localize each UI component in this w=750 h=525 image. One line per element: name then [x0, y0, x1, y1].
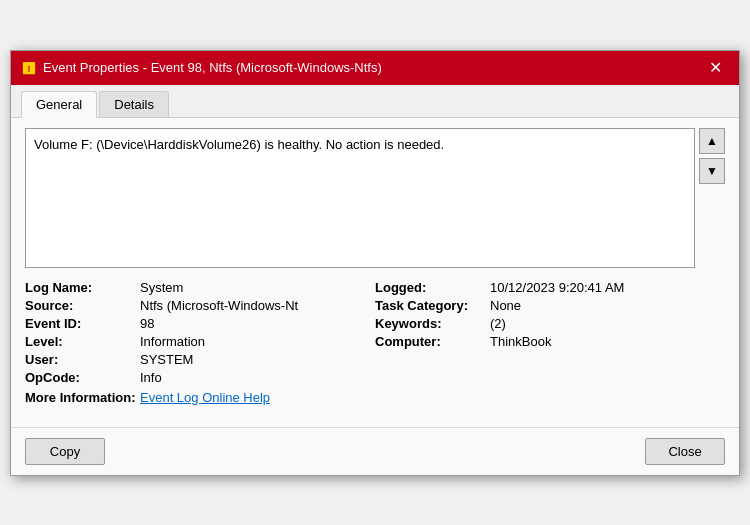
label-source: Source:: [25, 298, 140, 313]
info-row-user: User: SYSTEM: [25, 352, 375, 367]
value-opcode: Info: [140, 370, 162, 385]
label-opcode: OpCode:: [25, 370, 140, 385]
label-computer: Computer:: [375, 334, 490, 349]
window-title: Event Properties - Event 98, Ntfs (Micro…: [43, 60, 382, 75]
value-logged: 10/12/2023 9:20:41 AM: [490, 280, 624, 295]
scroll-down-button[interactable]: ▼: [699, 158, 725, 184]
event-message-box: Volume F: (\Device\HarddiskVolume26) is …: [25, 128, 695, 268]
close-button[interactable]: Close: [645, 438, 725, 465]
info-row-moreinfo: More Information: Event Log Online Help: [25, 390, 375, 405]
footer: Copy Close: [11, 427, 739, 475]
value-level: Information: [140, 334, 205, 349]
info-row-taskcategory: Task Category: None: [375, 298, 725, 313]
value-logname: System: [140, 280, 183, 295]
window-icon: !: [21, 60, 37, 76]
title-bar: ! Event Properties - Event 98, Ntfs (Mic…: [11, 51, 739, 85]
tabs-bar: General Details: [11, 85, 739, 118]
value-taskcategory: None: [490, 298, 521, 313]
info-row-level: Level: Information: [25, 334, 375, 349]
tab-details[interactable]: Details: [99, 91, 169, 117]
info-row-logged: Logged: 10/12/2023 9:20:41 AM: [375, 280, 725, 295]
svg-text:!: !: [28, 63, 31, 73]
label-taskcategory: Task Category:: [375, 298, 490, 313]
label-level: Level:: [25, 334, 140, 349]
title-bar-left: ! Event Properties - Event 98, Ntfs (Mic…: [21, 60, 382, 76]
label-moreinfo: More Information:: [25, 390, 140, 405]
label-user: User:: [25, 352, 140, 367]
tab-general[interactable]: General: [21, 91, 97, 118]
event-properties-window: ! Event Properties - Event 98, Ntfs (Mic…: [10, 50, 740, 476]
info-row-opcode: OpCode: Info: [25, 370, 375, 385]
info-row-computer: Computer: ThinkBook: [375, 334, 725, 349]
value-keywords: (2): [490, 316, 506, 331]
label-keywords: Keywords:: [375, 316, 490, 331]
value-user: SYSTEM: [140, 352, 193, 367]
label-eventid: Event ID:: [25, 316, 140, 331]
event-message-text: Volume F: (\Device\HarddiskVolume26) is …: [34, 137, 444, 152]
content-area: Volume F: (\Device\HarddiskVolume26) is …: [11, 118, 739, 427]
close-title-button[interactable]: ✕: [701, 57, 729, 79]
info-row-eventid: Event ID: 98: [25, 316, 375, 331]
value-computer: ThinkBook: [490, 334, 551, 349]
copy-button[interactable]: Copy: [25, 438, 105, 465]
info-row-logname: Log Name: System: [25, 280, 375, 295]
info-right: Logged: 10/12/2023 9:20:41 AM Task Categ…: [375, 280, 725, 405]
info-left: Log Name: System Source: Ntfs (Microsoft…: [25, 280, 375, 405]
label-logged: Logged:: [375, 280, 490, 295]
scroll-up-button[interactable]: ▲: [699, 128, 725, 154]
value-source: Ntfs (Microsoft-Windows-Nt: [140, 298, 298, 313]
event-log-online-help-link[interactable]: Event Log Online Help: [140, 390, 270, 405]
value-eventid: 98: [140, 316, 154, 331]
info-row-keywords: Keywords: (2): [375, 316, 725, 331]
scroll-buttons: ▲ ▼: [699, 128, 725, 184]
info-row-source: Source: Ntfs (Microsoft-Windows-Nt: [25, 298, 375, 313]
info-grid: Log Name: System Source: Ntfs (Microsoft…: [25, 280, 725, 405]
label-logname: Log Name:: [25, 280, 140, 295]
